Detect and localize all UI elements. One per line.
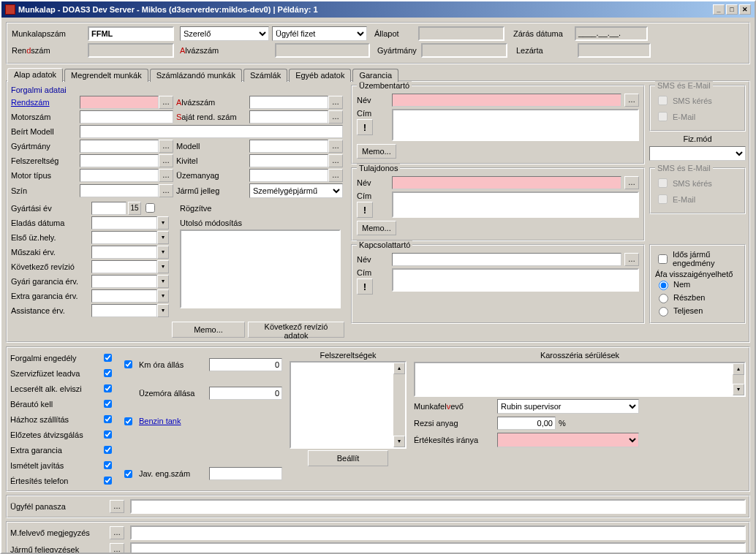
tul-exclaim[interactable]: !	[357, 202, 373, 218]
gyartasi-ev-input[interactable]	[91, 202, 126, 215]
felszereltseg-lookup[interactable]: …	[159, 154, 173, 167]
afa-teljesen[interactable]	[659, 307, 668, 316]
muszaki-input[interactable]	[91, 246, 157, 259]
sajat-rend-input[interactable]	[249, 110, 328, 124]
kivitel-input[interactable]	[249, 154, 328, 167]
felsz-scroll-up[interactable]: ▴	[393, 363, 405, 374]
uz-exclaim[interactable]: !	[357, 119, 373, 135]
uz-memo[interactable]: Memo...	[357, 144, 396, 159]
assistance-input[interactable]	[91, 304, 157, 317]
jav-eng-input[interactable]	[209, 467, 282, 480]
afa-reszben[interactable]	[659, 294, 668, 303]
extra-gar2-chk[interactable]	[104, 445, 112, 455]
close-button[interactable]: ✕	[739, 4, 751, 15]
mfelvevo-lookup[interactable]: …	[110, 526, 124, 539]
karossz-list[interactable]: ▴▾	[414, 362, 746, 397]
tul-nev-lookup[interactable]: …	[624, 176, 639, 189]
szerelo-combo[interactable]: Szerelő	[180, 26, 269, 41]
gyartasi-ev-cal[interactable]: 15	[128, 202, 141, 215]
idos-check[interactable]	[658, 254, 668, 264]
memo-button-left[interactable]: Memo...	[172, 322, 245, 338]
rezsi-input[interactable]	[497, 417, 556, 430]
extra-gar-input[interactable]	[91, 289, 157, 303]
gyari-gar-dd[interactable]: ▾	[157, 275, 169, 288]
fizmod-combo[interactable]	[649, 146, 746, 161]
ugyfel-panasza-input[interactable]	[130, 499, 746, 514]
jarmu-felj-lookup[interactable]: …	[110, 543, 124, 553]
benzin-chk[interactable]	[124, 417, 132, 426]
gyartasi-ev-check[interactable]	[145, 203, 155, 213]
muszaki-dd[interactable]: ▾	[157, 246, 169, 259]
tab-megrendelt[interactable]: Megrendelt munkák	[64, 69, 148, 82]
motor-tipus-lookup[interactable]: …	[159, 169, 173, 182]
modell-lookup[interactable]: …	[328, 140, 343, 153]
tab-egyeb[interactable]: Egyéb adatok	[289, 69, 351, 82]
afa-nem[interactable]	[659, 281, 668, 290]
ertekesites-combo[interactable]	[497, 433, 639, 447]
gyartmany-lookup[interactable]: …	[159, 140, 173, 153]
motor-tipus-input[interactable]	[80, 169, 159, 182]
szin-input[interactable]	[80, 184, 159, 197]
ugyfel-panasza-lookup[interactable]: …	[110, 500, 124, 513]
km-ora-chk[interactable]	[124, 360, 132, 369]
ismetelt-chk[interactable]	[104, 460, 112, 470]
kap-nev-lookup[interactable]: …	[624, 253, 639, 266]
tul-nev-input[interactable]	[392, 176, 621, 189]
ugyfel-fizet-combo[interactable]: Ügyfél fizet	[272, 26, 367, 41]
beallit-button[interactable]: Beállít	[308, 450, 388, 466]
szin-lookup[interactable]: …	[159, 184, 173, 197]
uz-cim-text[interactable]	[392, 109, 639, 141]
karossz-scroll-down[interactable]: ▾	[733, 384, 744, 395]
ertesites-chk[interactable]	[104, 476, 112, 485]
km-ora-input[interactable]	[209, 358, 282, 371]
elso-uz-dd[interactable]: ▾	[157, 231, 169, 244]
berauto-chk[interactable]	[104, 399, 112, 409]
modell-input[interactable]	[249, 140, 328, 153]
motorszam-input[interactable]	[80, 110, 173, 124]
kivitel-lookup[interactable]: …	[328, 154, 343, 167]
munkalapszam-input[interactable]	[88, 26, 174, 41]
sajat-rend-lookup[interactable]: …	[328, 110, 343, 124]
alvazszam-input[interactable]	[249, 96, 328, 109]
kov-rev-dd[interactable]: ▾	[157, 260, 169, 273]
rendszam-lookup[interactable]: …	[159, 96, 173, 109]
elozetes-chk[interactable]	[104, 430, 112, 439]
tab-garancia[interactable]: Garancia	[352, 69, 398, 82]
fcj-textarea[interactable]	[180, 229, 341, 308]
rendszam-link[interactable]: Rendszám	[11, 98, 77, 107]
rendszam-input[interactable]	[80, 96, 159, 109]
jarmu-felj-input[interactable]	[130, 542, 746, 553]
felszereltseg-input[interactable]	[80, 154, 159, 167]
eladas-dd[interactable]: ▾	[157, 216, 169, 229]
kap-cim-text[interactable]	[392, 268, 639, 292]
kov-rev-adatok-button[interactable]: Következő revízió adatok	[248, 322, 344, 338]
kov-rev-input[interactable]	[91, 260, 157, 273]
benzin-link[interactable]: Benzin tank	[139, 417, 205, 425]
uzemanyag-lookup[interactable]: …	[328, 169, 343, 182]
felsz-list[interactable]: ▴▾	[290, 361, 407, 449]
minimize-button[interactable]: _	[713, 4, 725, 15]
tab-szamlazando[interactable]: Számlázandó munkák	[150, 69, 242, 82]
tab-alap-adatok[interactable]: Alap adatok	[7, 68, 63, 82]
forgalmi-eng-chk[interactable]	[104, 353, 112, 363]
hazhoz-chk[interactable]	[104, 414, 112, 424]
alvazszam-lookup[interactable]: …	[328, 96, 343, 109]
gyartmany-input[interactable]	[80, 140, 159, 153]
uz-nev-lookup[interactable]: …	[624, 94, 639, 107]
eladas-input[interactable]	[91, 216, 157, 229]
elso-uz-input[interactable]	[91, 231, 157, 244]
tab-szamlak[interactable]: Számlák	[243, 69, 287, 82]
assistance-dd[interactable]: ▾	[157, 304, 169, 317]
extra-gar-dd[interactable]: ▾	[157, 289, 169, 303]
karossz-scroll-up[interactable]: ▴	[733, 363, 744, 375]
kap-nev-input[interactable]	[392, 253, 621, 266]
kap-exclaim[interactable]: !	[357, 278, 373, 295]
uzemanyag-input[interactable]	[249, 169, 328, 182]
uz-nev-input[interactable]	[392, 94, 621, 107]
tul-cim-text[interactable]	[392, 191, 639, 218]
uzemora-input[interactable]	[209, 387, 282, 400]
tul-memo[interactable]: Memo...	[357, 221, 396, 235]
jarmu-jelleg-combo[interactable]: Személygépjármű	[249, 183, 343, 198]
mfelvevo-input[interactable]	[130, 525, 746, 540]
felsz-scroll-down[interactable]: ▾	[393, 436, 405, 447]
